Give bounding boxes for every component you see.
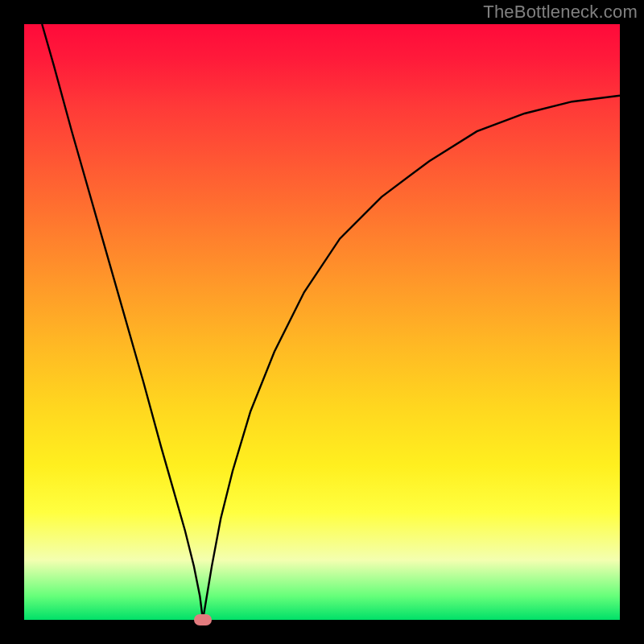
optimal-point-marker — [194, 614, 212, 625]
watermark-text: TheBottleneck.com — [483, 2, 638, 23]
plot-area — [24, 24, 620, 620]
bottleneck-curve — [42, 24, 620, 620]
chart-frame: TheBottleneck.com — [0, 0, 644, 644]
curve-svg — [24, 24, 620, 620]
